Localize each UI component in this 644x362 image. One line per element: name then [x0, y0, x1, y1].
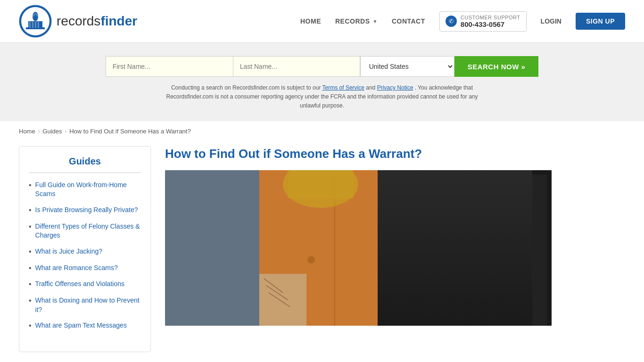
svg-rect-19: [259, 274, 306, 326]
sidebar-link[interactable]: What are Spam Text Messages: [35, 321, 127, 330]
main-content: Guides • Full Guide on Work-from-Home Sc…: [0, 141, 603, 362]
sidebar-link[interactable]: Traffic Offenses and Violations: [35, 280, 124, 289]
article-image: [165, 170, 552, 326]
list-item: • What are Romance Scams?: [29, 263, 141, 273]
nav-home[interactable]: HOME: [300, 17, 321, 25]
svg-rect-5: [29, 22, 31, 28]
logo[interactable]: recordsfinder: [19, 5, 137, 38]
list-item: • Is Private Browsing Really Private?: [29, 206, 141, 215]
country-select[interactable]: United States: [360, 56, 454, 77]
search-bar: United States SEARCH NOW »: [9, 56, 635, 77]
svg-point-2: [33, 12, 38, 21]
search-section: United States SEARCH NOW » Conducting a …: [0, 43, 644, 121]
breadcrumb-home[interactable]: Home: [19, 128, 35, 135]
bullet-icon: •: [29, 206, 32, 215]
sidebar-link[interactable]: Is Private Browsing Really Private?: [35, 206, 138, 215]
sidebar: Guides • Full Guide on Work-from-Home Sc…: [19, 146, 151, 353]
svg-point-13: [444, 214, 471, 240]
svg-rect-6: [32, 22, 33, 28]
svg-point-15: [451, 220, 464, 233]
bullet-icon: •: [29, 222, 32, 232]
sidebar-title: Guides: [29, 156, 141, 173]
svg-point-18: [307, 256, 315, 263]
breadcrumb-sep-2: ›: [65, 128, 67, 134]
svg-point-14: [447, 216, 468, 237]
sidebar-list: • Full Guide on Work-from-Home Scams • I…: [29, 181, 141, 331]
main-nav: HOME RECORDS ▼ CONTACT ✆ CUSTOMER SUPPOR…: [300, 11, 625, 32]
breadcrumb: Home › Guides › How to Find Out if Someo…: [0, 121, 644, 141]
bullet-icon: •: [29, 280, 32, 289]
last-name-input[interactable]: [233, 56, 360, 77]
login-button[interactable]: LOGIN: [541, 17, 561, 25]
list-item: • Full Guide on Work-from-Home Scams: [29, 181, 141, 199]
chevron-down-icon: ▼: [372, 19, 377, 24]
nav-records[interactable]: RECORDS ▼: [335, 17, 378, 25]
bullet-icon: •: [29, 247, 32, 257]
sidebar-link[interactable]: Different Types of Felony Classes & Char…: [35, 222, 141, 240]
first-name-input[interactable]: [106, 56, 233, 77]
tos-link[interactable]: Terms of Service: [322, 84, 364, 91]
bullet-icon: •: [29, 263, 32, 273]
sidebar-link[interactable]: What is Juice Jacking?: [35, 247, 102, 256]
bullet-icon: •: [29, 296, 32, 306]
svg-rect-11: [410, 170, 552, 326]
signup-button[interactable]: SIGN UP: [576, 13, 625, 30]
svg-rect-12: [415, 175, 547, 326]
svg-rect-7: [35, 22, 36, 28]
svg-rect-24: [288, 170, 354, 198]
article: How to Find Out if Someone Has a Warrant…: [165, 141, 585, 353]
customer-support: ✆ CUSTOMER SUPPORT 800-433-0567: [439, 11, 527, 32]
bullet-icon: •: [29, 181, 32, 190]
breadcrumb-sep-1: ›: [38, 128, 40, 134]
list-item: • What are Spam Text Messages: [29, 321, 141, 331]
list-item: • What is Juice Jacking?: [29, 247, 141, 257]
sidebar-link[interactable]: What are Romance Scams?: [35, 263, 118, 273]
search-disclaimer: Conducting a search on Recordsfinder.com…: [157, 83, 487, 111]
bullet-icon: •: [29, 321, 32, 331]
list-item: • What is Doxing and How to Prevent it?: [29, 296, 141, 314]
headphone-icon: ✆: [446, 16, 457, 27]
logo-icon: [19, 5, 52, 38]
privacy-link[interactable]: Privacy Notice: [377, 84, 413, 91]
search-button[interactable]: SEARCH NOW »: [454, 56, 539, 77]
site-header: recordsfinder HOME RECORDS ▼ CONTACT ✆ C…: [0, 0, 644, 43]
article-illustration: [165, 170, 552, 326]
sidebar-link[interactable]: Full Guide on Work-from-Home Scams: [35, 181, 141, 199]
list-item: • Different Types of Felony Classes & Ch…: [29, 222, 141, 240]
nav-contact[interactable]: CONTACT: [392, 17, 425, 25]
logo-wordmark: recordsfinder: [57, 14, 137, 29]
article-title: How to Find Out if Someone Has a Warrant…: [165, 146, 585, 162]
list-item: • Traffic Offenses and Violations: [29, 280, 141, 289]
breadcrumb-current: How to Find Out if Someone Has a Warrant…: [69, 128, 190, 135]
breadcrumb-guides[interactable]: Guides: [42, 128, 62, 135]
sidebar-link[interactable]: What is Doxing and How to Prevent it?: [35, 296, 141, 314]
svg-rect-8: [38, 22, 39, 28]
support-info: CUSTOMER SUPPORT 800-433-0567: [461, 15, 520, 28]
